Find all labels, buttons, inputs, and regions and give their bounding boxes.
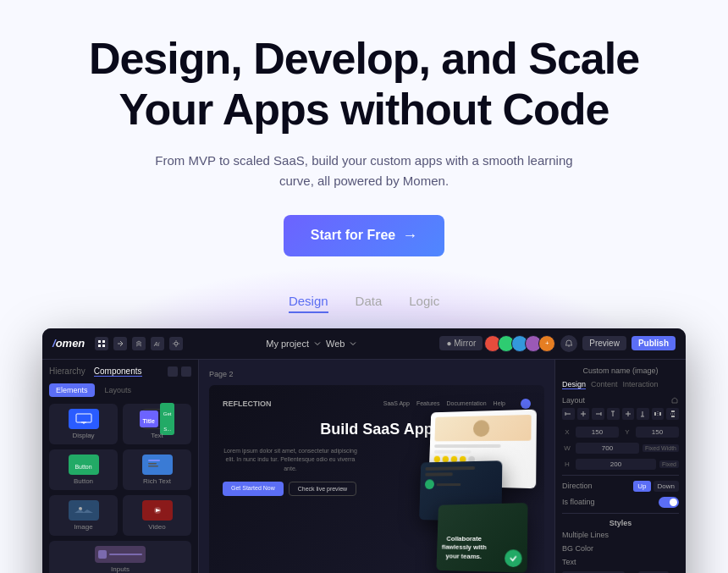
preview-area: Design Data Logic /omen — [17, 290, 711, 573]
align-center-h-icon[interactable] — [577, 408, 590, 420]
component-inputs[interactable]: Inputs — [49, 541, 191, 573]
y-input[interactable]: 150 — [636, 427, 679, 438]
component-image[interactable]: Image — [49, 495, 118, 536]
mirror-button[interactable]: ● Mirror — [439, 336, 483, 350]
styles-header: Styles — [562, 519, 679, 527]
w-input[interactable]: 700 — [576, 443, 639, 454]
component-button[interactable]: Button Button — [49, 449, 118, 490]
distribute-v-icon[interactable] — [666, 408, 679, 420]
h-tag: Fixed — [659, 460, 679, 468]
align-top-icon[interactable] — [607, 408, 620, 420]
card-2-inner: $199 — [420, 460, 502, 494]
h-field-row: H 200 Fixed — [562, 459, 679, 470]
tab-logic[interactable]: Logic — [409, 290, 439, 313]
cta-label: Start for Free — [311, 228, 395, 243]
cta-button[interactable]: Start for Free → — [284, 215, 444, 256]
svg-rect-8 — [76, 414, 91, 422]
mockup-logo: /omen — [52, 337, 85, 350]
bg-color-row: BG Color — [562, 544, 679, 553]
canvas-btn-secondary[interactable]: Check live preview — [289, 482, 356, 496]
elements-layouts-row: Elements Layouts — [49, 383, 191, 397]
display-label: Display — [72, 432, 94, 439]
y-label: Y — [622, 428, 632, 436]
hero-title: Design, Develop, and Scale Your Apps wit… — [59, 34, 669, 135]
dir-up-button[interactable]: Up — [633, 481, 650, 492]
publish-button[interactable]: Publish — [631, 336, 676, 350]
panel-tab-content[interactable]: Content — [591, 380, 618, 389]
share-icon — [113, 337, 127, 350]
text-label: Text — [562, 558, 576, 566]
video-icon — [142, 500, 173, 521]
elements-button[interactable]: Elements — [49, 383, 95, 397]
svg-rect-35 — [671, 410, 675, 412]
canvas-btn-primary[interactable]: Get Started Now — [223, 482, 284, 496]
svg-rect-12 — [148, 463, 157, 465]
mockup-right-panel: Custom name (image) Design Content Inter… — [554, 360, 686, 573]
image-icon — [69, 500, 99, 521]
align-right-icon[interactable] — [592, 408, 604, 420]
app-mockup: /omen — [42, 328, 686, 573]
display-icon — [69, 409, 99, 429]
panel-tab-interaction[interactable]: Interaction — [623, 380, 659, 389]
h-label: H — [562, 460, 572, 468]
preview-tabs: Design Data Logic — [42, 290, 686, 313]
mockup-card-3: Collaborateflawlessly withyour teams. — [436, 503, 527, 573]
direction-label: Direction — [562, 482, 593, 490]
toggle-knob — [670, 499, 677, 506]
panel-divider-1 — [562, 475, 679, 476]
component-display[interactable]: Display — [49, 404, 118, 444]
svg-rect-15 — [74, 504, 93, 516]
multiple-lines-label: Multiple Lines — [562, 531, 609, 539]
panel-title-row: Custom name (image) — [562, 366, 679, 375]
panel-layout-label: Layout — [562, 396, 679, 405]
panel-tab-design[interactable]: Design — [562, 380, 586, 389]
layout-text: Layout — [562, 396, 585, 405]
hero-section: Design, Develop, and Scale Your Apps wit… — [0, 0, 728, 573]
h-input[interactable]: 200 — [576, 459, 656, 470]
settings-icon — [169, 337, 183, 350]
floating-toggle[interactable] — [659, 497, 679, 508]
panel-divider-2 — [562, 513, 679, 514]
check-icon — [505, 549, 522, 567]
bg-color-label: BG Color — [562, 544, 593, 553]
search-icon[interactable] — [168, 366, 178, 377]
sidebar-tab-hierarchy[interactable]: Hierarchy — [49, 366, 85, 377]
distribute-h-icon[interactable] — [652, 408, 665, 420]
tab-design[interactable]: Design — [289, 290, 328, 313]
text-label: Text — [151, 432, 163, 439]
svg-rect-13 — [148, 466, 158, 467]
component-richtext[interactable]: Rich Text — [123, 449, 191, 490]
x-field-row: X 150 Y 150 — [562, 427, 679, 438]
project-label: My project — [266, 339, 309, 349]
w-label: W — [562, 444, 572, 452]
tab-data[interactable]: Data — [356, 290, 383, 313]
preview-button[interactable]: Preview — [582, 336, 626, 350]
svg-rect-11 — [148, 460, 160, 461]
floating-row: Is floating — [562, 497, 679, 508]
panel-custom-name: Custom name (image) — [562, 366, 679, 375]
richtext-icon — [142, 455, 173, 475]
align-center-v-icon[interactable] — [622, 408, 635, 420]
filter-icon[interactable] — [181, 366, 191, 377]
svg-rect-3 — [102, 344, 105, 347]
canvas-page-label: Page 2 — [209, 370, 234, 378]
cta-arrow: → — [402, 227, 417, 245]
align-bottom-icon[interactable] — [637, 408, 649, 420]
floating-label: Is floating — [562, 498, 595, 506]
sidebar-tab-components[interactable]: Components — [94, 366, 142, 377]
hero-subtitle: From MVP to scaled SaaS, build your cust… — [144, 151, 584, 191]
component-text[interactable]: Title Get S... Text — [123, 404, 191, 444]
layouts-button[interactable]: Layouts — [98, 383, 139, 397]
svg-rect-14 — [162, 460, 167, 468]
x-input[interactable]: 150 — [576, 427, 619, 438]
svg-text:Ai: Ai — [153, 341, 160, 347]
component-video[interactable]: Video — [123, 495, 191, 536]
direction-buttons: Up Down — [633, 481, 679, 492]
dir-down-button[interactable]: Down — [654, 481, 679, 492]
avatar-plus: + — [538, 335, 555, 352]
chevron-down-icon — [314, 340, 321, 347]
align-left-icon[interactable] — [562, 408, 575, 420]
mockup-topbar: /omen — [42, 328, 686, 360]
topbar-center: My project Web — [190, 339, 433, 349]
svg-rect-1 — [102, 340, 105, 343]
